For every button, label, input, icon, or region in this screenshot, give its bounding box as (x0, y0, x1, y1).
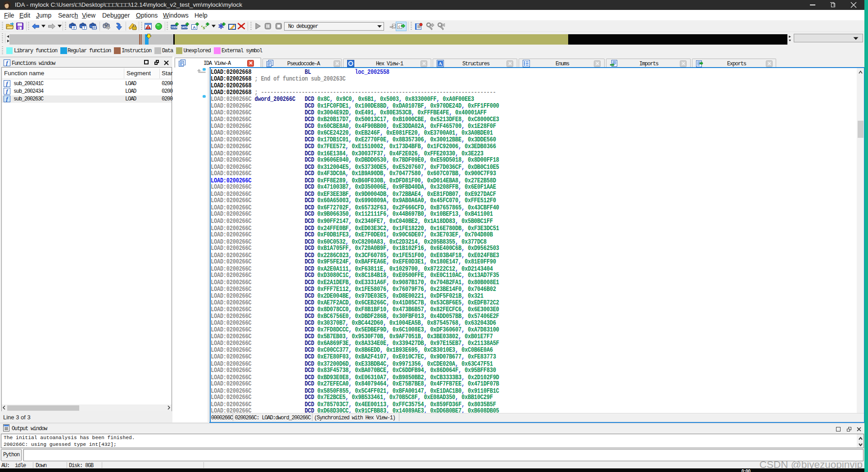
svg-text:DATA: DATA (181, 25, 188, 28)
svg-text:A: A (193, 25, 196, 30)
svg-text:c: c (398, 24, 401, 29)
svg-text:CODE: CODE (171, 25, 179, 28)
svg-text:#: # (73, 26, 75, 29)
svg-text:A: A (439, 61, 442, 66)
svg-text:C: C (393, 24, 395, 28)
svg-text:101: 101 (92, 26, 97, 29)
svg-text:T: T (83, 26, 86, 29)
